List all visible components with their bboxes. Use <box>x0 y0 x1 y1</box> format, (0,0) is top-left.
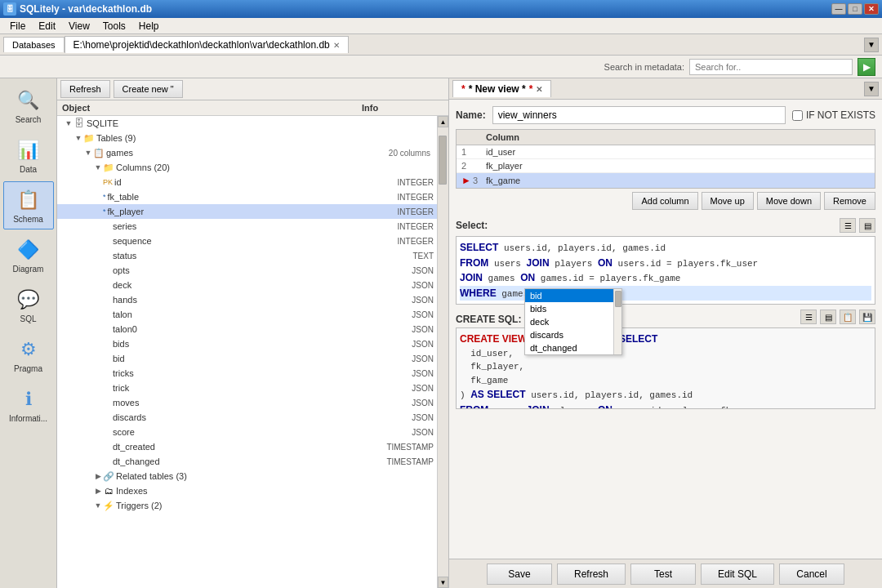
tree-expander-columns[interactable]: ▼ <box>93 163 103 172</box>
tree-row[interactable]: bids JSON <box>57 336 437 351</box>
scrollbar-up-button[interactable]: ▲ <box>438 116 448 127</box>
cancel-button[interactable]: Cancel <box>779 564 844 585</box>
databases-button[interactable]: Databases <box>3 37 65 52</box>
tree-vertical-scrollbar[interactable]: ▲ ▼ <box>437 116 448 588</box>
tree-row[interactable]: deck JSON <box>57 278 437 292</box>
autocomplete-item-bid[interactable]: bid <box>525 289 621 302</box>
sidebar-item-search[interactable]: 🔍 Search <box>3 82 54 130</box>
minimize-button[interactable]: — <box>831 3 846 15</box>
tree-row[interactable]: tricks JSON <box>57 366 437 381</box>
select-editor[interactable]: SELECT users.id, players.id, games.id FR… <box>456 236 875 305</box>
autocomplete-scrollbar[interactable] <box>613 289 621 354</box>
columns-header: Column <box>457 130 875 145</box>
view-tab-dropdown[interactable]: ▼ <box>864 82 879 96</box>
search-input[interactable] <box>689 59 853 75</box>
tree-row[interactable]: * fk_player INTEGER <box>57 204 437 219</box>
autocomplete-item-discards[interactable]: discards <box>525 328 621 341</box>
db-tab-close[interactable]: ✕ <box>333 41 340 50</box>
tree-row[interactable]: hands JSON <box>57 292 437 307</box>
create-new-button[interactable]: Create new " <box>114 80 183 98</box>
test-button[interactable]: Test <box>630 564 696 585</box>
tree-row[interactable]: moves JSON <box>57 395 437 410</box>
autocomplete-item-deck[interactable]: deck <box>525 315 621 328</box>
tree-row[interactable]: ▼ 📁 Tables (9) <box>57 131 437 145</box>
tree-row[interactable]: * fk_table INTEGER <box>57 189 437 204</box>
view-tabs: * * New view * * ✕ ▼ <box>449 78 882 100</box>
sidebar-item-data[interactable]: 📊 Data <box>3 131 54 180</box>
save-button[interactable]: Save <box>487 564 552 585</box>
sidebar-item-diagram[interactable]: 🔷 Diagram <box>3 231 54 279</box>
sidebar-item-schema[interactable]: 📋 Schema <box>3 181 54 229</box>
scrollbar-track[interactable] <box>438 127 448 577</box>
search-go-button[interactable]: ▶ <box>858 58 875 76</box>
tree-row[interactable]: bid JSON <box>57 351 437 366</box>
tree-expander-tables[interactable]: ▼ <box>74 133 83 143</box>
column-type: JSON <box>412 384 434 393</box>
scrollbar-thumb[interactable] <box>439 136 447 185</box>
tree-expander-indexes[interactable]: ▶ <box>93 486 103 496</box>
sidebar-item-label-sql: SQL <box>20 314 36 323</box>
sidebar-item-information[interactable]: ℹ Informati... <box>3 381 54 429</box>
sidebar-item-pragma[interactable]: ⚙ Pragma <box>3 331 54 379</box>
column-type: TIMESTAMP <box>386 443 434 452</box>
tree-row[interactable]: ▼ ⚡ Triggers (2) <box>57 498 437 513</box>
create-sql-toolbar-btn-1[interactable]: ☰ <box>800 310 817 324</box>
tree-row[interactable]: opts JSON <box>57 263 437 278</box>
tree-row[interactable]: talon JSON <box>57 307 437 322</box>
tree-row[interactable]: PK id INTEGER <box>57 175 437 189</box>
tree-row[interactable]: discards JSON <box>57 410 437 425</box>
menu-edit[interactable]: Edit <box>32 19 62 33</box>
column-row[interactable]: 1 id_user <box>457 145 875 159</box>
tree-row[interactable]: status TEXT <box>57 248 437 263</box>
menu-view[interactable]: View <box>62 19 96 33</box>
add-column-button[interactable]: Add column <box>632 192 697 210</box>
tree-row[interactable]: ▶ 🔗 Related tables (3) <box>57 469 437 483</box>
view-name-input[interactable] <box>492 106 786 124</box>
tree-row[interactable]: sequence INTEGER <box>57 234 437 248</box>
create-sql-toolbar-btn-4[interactable]: 💾 <box>859 310 875 324</box>
create-sql-toolbar-btn-3[interactable]: 📋 <box>840 310 856 324</box>
edit-sql-button[interactable]: Edit SQL <box>701 564 774 585</box>
tree-row[interactable]: dt_created TIMESTAMP <box>57 439 437 454</box>
tree-row[interactable]: ▼ 🗄 SQLITE <box>57 116 437 131</box>
tree-expander-related[interactable]: ▶ <box>93 471 103 481</box>
menu-help[interactable]: Help <box>132 19 166 33</box>
tree-row[interactable]: talon0 JSON <box>57 322 437 336</box>
menu-file[interactable]: File <box>3 19 32 33</box>
tree-row[interactable]: score JSON <box>57 425 437 439</box>
autocomplete-item-dt-changed[interactable]: dt_changed <box>525 341 621 354</box>
column-row[interactable]: 2 fk_player <box>457 159 875 173</box>
close-button[interactable]: ✕ <box>864 3 879 15</box>
tree-row[interactable]: dt_changed TIMESTAMP <box>57 454 437 469</box>
refresh-button[interactable]: Refresh <box>557 564 626 585</box>
move-down-button[interactable]: Move down <box>757 192 821 210</box>
if-not-exists-checkbox[interactable] <box>792 110 803 121</box>
tree-row[interactable]: trick JSON <box>57 381 437 395</box>
tree-row[interactable]: series INTEGER <box>57 219 437 234</box>
tree-row[interactable]: ▶ 🗂 Indexes <box>57 483 437 498</box>
view-tab-new-view[interactable]: * * New view * * ✕ <box>452 80 551 97</box>
select-toolbar-btn-1[interactable]: ☰ <box>840 218 856 233</box>
tree-expander-triggers[interactable]: ▼ <box>93 501 103 510</box>
tree-node-label: Tables (9) <box>96 133 434 143</box>
tree-expander-games[interactable]: ▼ <box>83 148 93 158</box>
tab-dropdown[interactable]: ▼ <box>864 38 879 52</box>
menu-tools[interactable]: Tools <box>96 19 132 33</box>
select-toolbar-btn-2[interactable]: ▤ <box>859 218 875 233</box>
move-up-button[interactable]: Move up <box>702 192 754 210</box>
db-tab[interactable]: E:\home\projektid\deckathlon\deckathlon\… <box>65 36 349 53</box>
autocomplete-item-bids[interactable]: bids <box>525 302 621 315</box>
create-sql-toolbar-btn-2[interactable]: ▤ <box>820 310 836 324</box>
sidebar-item-sql[interactable]: 💬 SQL <box>3 281 54 329</box>
tree-expander-sqlite[interactable]: ▼ <box>64 118 74 128</box>
column-label: dt_changed <box>113 457 160 466</box>
remove-button[interactable]: Remove <box>824 192 875 210</box>
maximize-button[interactable]: □ <box>848 3 862 15</box>
scrollbar-down-button[interactable]: ▼ <box>438 577 448 588</box>
tree-row[interactable]: ▼ 📁 Columns (20) <box>57 160 437 175</box>
tree-row[interactable]: ▼ 📋 games 20 columns <box>57 145 437 160</box>
create-sql-label: CREATE SQL: <box>456 314 521 325</box>
refresh-button[interactable]: Refresh <box>60 80 110 98</box>
view-tab-close[interactable]: ✕ <box>536 85 542 94</box>
column-row[interactable]: ►3 fk_game <box>457 173 875 188</box>
